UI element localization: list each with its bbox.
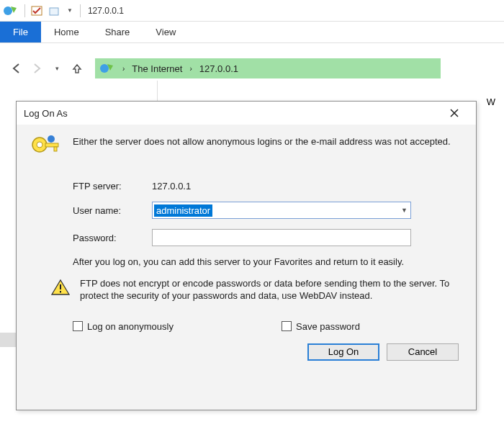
svg-point-5: [37, 142, 42, 148]
ribbon: File Home Share View: [0, 22, 504, 43]
save-password-label: Save password: [296, 321, 360, 332]
cancel-button[interactable]: Cancel: [387, 343, 459, 361]
qat-newfolder-icon[interactable]: [48, 5, 60, 17]
svg-rect-2: [50, 8, 58, 15]
svg-rect-9: [60, 284, 61, 289]
separator: [24, 4, 25, 17]
chevron-right-icon: ›: [122, 65, 125, 73]
window-title: 127.0.0.1: [88, 6, 124, 16]
dialog-titlebar: Log On As: [17, 102, 476, 125]
username-label: User name:: [73, 205, 152, 216]
svg-rect-6: [45, 143, 58, 147]
chevron-right-icon: ›: [189, 65, 192, 73]
username-value: administrator: [154, 204, 212, 217]
svg-point-3: [100, 64, 109, 73]
chevron-down-icon[interactable]: ▼: [401, 207, 408, 214]
svg-point-8: [48, 135, 55, 143]
favorites-hint: After you log on, you can add this serve…: [73, 256, 463, 269]
dialog-message: Either the server does not allow anonymo…: [73, 135, 451, 163]
column-hint: W: [487, 96, 495, 107]
location-icon: [99, 62, 114, 75]
back-button[interactable]: [9, 60, 24, 76]
anonymous-checkbox[interactable]: Log on anonymously: [73, 321, 174, 332]
ftp-server-label: FTP server:: [73, 181, 152, 192]
navigation-bar: ▾ › The Internet › 127.0.0.1: [0, 56, 504, 81]
tab-file[interactable]: File: [0, 22, 41, 42]
username-combobox[interactable]: administrator ▼: [152, 202, 411, 219]
svg-rect-7: [54, 147, 57, 151]
window-titlebar: ▼ 127.0.0.1: [0, 0, 504, 22]
anonymous-label: Log on anonymously: [87, 321, 174, 332]
pane-divider[interactable]: [157, 81, 158, 102]
address-bar[interactable]: › The Internet › 127.0.0.1: [95, 58, 441, 78]
svg-point-0: [4, 6, 12, 15]
svg-rect-10: [60, 291, 61, 293]
logon-button[interactable]: Log On: [307, 343, 379, 361]
breadcrumb-current[interactable]: 127.0.0.1: [199, 63, 238, 74]
close-button[interactable]: [440, 103, 469, 123]
tab-view[interactable]: View: [143, 22, 189, 42]
save-password-checkbox[interactable]: Save password: [282, 321, 360, 332]
tab-share[interactable]: Share: [92, 22, 143, 42]
password-label: Password:: [73, 233, 152, 243]
qat-dropdown-icon[interactable]: ▼: [67, 7, 73, 14]
logon-dialog: Log On As Either the server does not all…: [16, 101, 477, 410]
password-input[interactable]: [152, 229, 411, 246]
checkbox-icon: [73, 321, 83, 331]
ftp-server-value: 127.0.0.1: [152, 181, 191, 192]
qat-properties-icon[interactable]: [31, 5, 42, 17]
breadcrumb-root[interactable]: The Internet: [132, 63, 182, 74]
dialog-title: Log On As: [24, 108, 68, 119]
separator: [80, 4, 81, 17]
warning-icon: [51, 279, 70, 296]
checkbox-icon: [282, 321, 292, 331]
key-icon: [30, 135, 61, 163]
warning-message: FTP does not encrypt or encode passwords…: [80, 277, 463, 302]
up-button[interactable]: [69, 60, 85, 76]
recent-dropdown-icon[interactable]: ▾: [49, 60, 65, 76]
app-icon: [3, 4, 17, 17]
forward-button[interactable]: [29, 60, 45, 76]
tab-home[interactable]: Home: [41, 22, 92, 42]
